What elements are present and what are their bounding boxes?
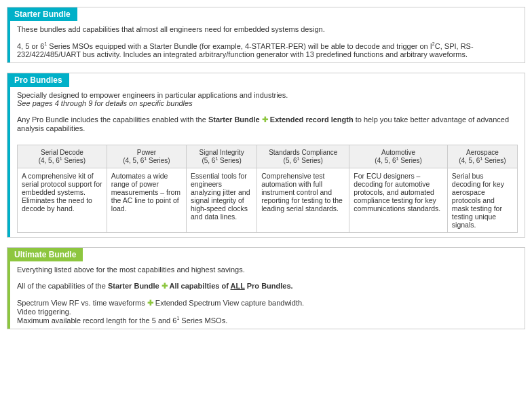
col-header-aerospace: Aerospace (4, 5, 61 Series) <box>447 145 517 168</box>
starter-content: These bundles add capabilities that almo… <box>7 21 525 62</box>
pro-bundle-title: Pro Bundles <box>7 73 69 87</box>
ultimate-desc5: Maximum available record length for the … <box>17 316 518 325</box>
ultimate-bundle-section: Ultimate Bundle Everything listed above … <box>7 247 525 329</box>
col-header-serial-decode: Serial Decode (4, 5, 61 Series) <box>18 145 107 168</box>
starter-desc1: These bundles add capabilities that almo… <box>17 25 518 33</box>
starter-body: These bundles add capabilities that almo… <box>10 21 525 62</box>
pro-content: Specially designed to empower engineers … <box>7 87 525 237</box>
ultimate-content: Everything listed above for the most cap… <box>7 261 525 329</box>
col-header-power: Power (4, 5, 61 Series) <box>107 145 186 168</box>
pro-desc2: See pages 4 through 9 for details on spe… <box>17 99 193 107</box>
pro-header-row: Pro Bundles <box>7 73 525 87</box>
pro-bundle-section: Pro Bundles Specially designed to empowe… <box>7 73 525 238</box>
cell-power: Automates a wide range of power measurem… <box>107 168 186 232</box>
starter-desc2: 4, 5 or 61 Series MSOs equipped with a S… <box>17 41 518 58</box>
ultimate-desc2: All of the capabilities of the Starter B… <box>17 282 518 291</box>
col-header-standards-compliance: Standards Compliance (5, 61 Series) <box>257 145 349 168</box>
pro-features-table: Serial Decode (4, 5, 61 Series) Power (4… <box>17 145 518 233</box>
cell-automotive: For ECU designers – decoding for automot… <box>349 168 447 232</box>
ultimate-desc1: Everything listed above for the most cap… <box>17 265 518 274</box>
ultimate-desc4: Video triggering. <box>17 308 518 316</box>
cell-signal-integrity: Essential tools for engineers analyzing … <box>186 168 256 232</box>
starter-bundle-title: Starter Bundle <box>7 7 77 21</box>
starter-desc2-text: 4, 5 or 61 Series MSOs equipped with a S… <box>17 42 474 58</box>
pro-desc1: Specially designed to empower engineers … <box>17 91 518 107</box>
starter-header-row: Starter Bundle <box>7 7 525 21</box>
ultimate-desc3: Spectrum View RF vs. time waveforms ✚ Ex… <box>17 299 518 308</box>
pro-desc3: Any Pro Bundle includes the capabilities… <box>17 115 518 132</box>
ultimate-body: Everything listed above for the most cap… <box>10 261 525 329</box>
cell-serial-decode: A comprehensive kit of serial protocol s… <box>18 168 107 232</box>
ultimate-bundle-title: Ultimate Bundle <box>7 248 83 261</box>
pro-body: Specially designed to empower engineers … <box>10 87 525 237</box>
cell-aerospace: Serial bus decoding for key aerospace pr… <box>447 168 517 232</box>
cell-standards-compliance: Comprehensive test automation with full … <box>257 168 349 232</box>
ultimate-header-row: Ultimate Bundle <box>7 248 525 261</box>
col-header-automotive: Automotive (4, 5, 61 Series) <box>349 145 447 168</box>
starter-bundle-section: Starter Bundle These bundles add capabil… <box>7 7 525 63</box>
col-header-signal-integrity: Signal Integrity (5, 61 Series) <box>186 145 256 168</box>
